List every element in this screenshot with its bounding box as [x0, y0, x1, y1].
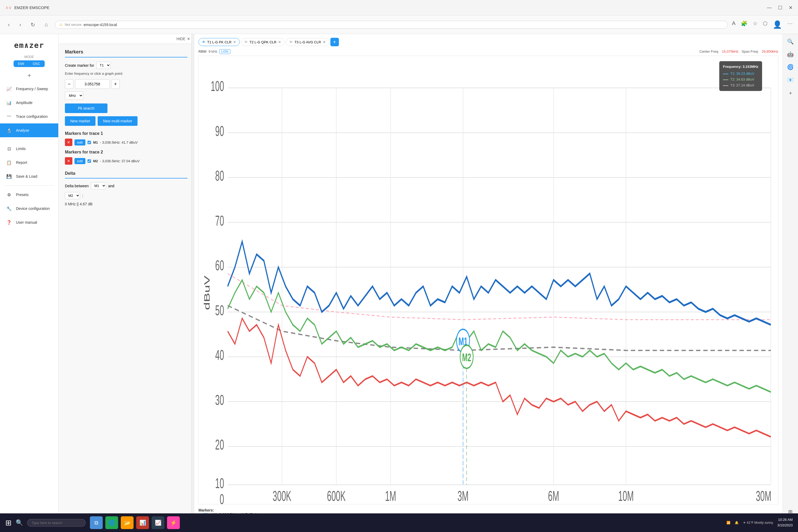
taskbar-app4[interactable]: ⚡ [167, 516, 180, 529]
tab-t3-close-icon[interactable]: ✕ [323, 40, 326, 44]
profile-icon[interactable]: 👤 [773, 20, 782, 29]
browser-tab-title: EMZER EMSCOPE [14, 5, 50, 10]
marker1-delete-button[interactable]: ✕ [65, 138, 72, 146]
weather-icon: ☀ [743, 521, 746, 525]
svg-text:50: 50 [215, 302, 224, 318]
taskbar-app2[interactable]: 📊 [136, 516, 149, 529]
chart-area: 👁 T1 L-G PK CLR ✕ 👁 T2 L-G QPK CLR ✕ 👁 T… [194, 34, 783, 532]
delta-row-2: M2 M1 : [65, 192, 188, 199]
taskbar-icons: ⧉ 🌀 📂 📊 📈 ⚡ [90, 516, 722, 529]
sidebar-item-limits[interactable]: ⊡ Limits [0, 142, 58, 156]
tab-t2[interactable]: 👁 T2 L-G QPK CLR ✕ [241, 38, 285, 46]
panel-header: HIDE ✕ [58, 34, 194, 44]
tooltip-t3: T3: 27.14 dBuV [723, 82, 758, 88]
new-multi-marker-button[interactable]: New multi-marker [98, 116, 137, 126]
add-button[interactable]: ＋ [26, 71, 32, 79]
chart-wrapper[interactable]: 100 90 80 70 60 50 40 30 20 10 0 dBuV 30… [198, 56, 778, 504]
sidebar-item-user-manual[interactable]: ❓ User manual [0, 215, 58, 229]
taskbar-search-input[interactable] [27, 519, 86, 527]
browser-right-sidebar: 🔍 🤖 🌀 📧 ＋ ⊞ ⚙ [783, 34, 798, 532]
close-button[interactable]: ✕ [789, 5, 793, 11]
freq-value-input[interactable] [75, 79, 110, 89]
trace-select[interactable]: T1 T2 T3 [96, 62, 111, 69]
marker2-checkbox[interactable] [88, 159, 91, 163]
back-button[interactable]: ‹ [5, 20, 13, 29]
sidebar-outlook-icon[interactable]: 📧 [787, 77, 794, 83]
taskbar-clock: 10:26 AM 3/10/2023 [777, 517, 793, 528]
sidebar-item-analyse-label: Analyse [16, 128, 29, 132]
taskbar-edge[interactable]: 🌀 [105, 516, 118, 529]
create-marker-row: Create marker for T1 T2 T3 [65, 62, 188, 69]
freq-increment-button[interactable]: + [111, 79, 120, 89]
chart-info-bar: RBW 9 kHz LISN Center Freq: 15,075kHz Sp… [198, 50, 778, 54]
sidebar-item-presets[interactable]: ⚙ Presets [0, 188, 58, 202]
taskbar-app3[interactable]: 📈 [152, 516, 165, 529]
sidebar-item-device-config[interactable]: 🔧 Device configuration [0, 202, 58, 215]
sidebar-add-icon[interactable]: ＋ [788, 89, 793, 97]
add-tab-button[interactable]: + [330, 38, 339, 46]
sidebar-nav: 📈 Frequency / Sweep 📊 Amplitude 〰 Trace … [0, 82, 58, 528]
frequency-icon: 📈 [5, 85, 13, 93]
sidebar-item-analyse[interactable]: 🔬 Analyse [0, 124, 58, 137]
sidebar-item-save-load-label: Save & Load [16, 174, 37, 178]
taskbar-task-view[interactable]: ⧉ [90, 516, 103, 529]
favorites-icon[interactable]: ☆ [753, 20, 758, 29]
tooltip-t2: T2: 34.63 dBuV [723, 77, 758, 82]
sidebar-edge-icon[interactable]: 🌀 [787, 64, 794, 70]
tab-t2-close-icon[interactable]: ✕ [278, 40, 281, 44]
translate-icon[interactable]: A [732, 20, 736, 29]
marker1-edit-button[interactable]: edit [75, 139, 86, 146]
url-display[interactable]: emscope-4159.local [83, 23, 723, 27]
marker1-info: - 3,036.5kHz: 41.7 dBuV [100, 140, 138, 145]
minimize-button[interactable]: — [767, 5, 772, 11]
center-freq-label: Center Freq: [700, 50, 719, 54]
taskbar-app1[interactable]: 📂 [121, 516, 134, 529]
windows-start-icon[interactable]: ⊞ [5, 518, 12, 527]
home-button[interactable]: ⌂ [42, 20, 51, 29]
marker1-checkbox[interactable] [88, 141, 91, 144]
sidebar-copilot-icon[interactable]: 🤖 [787, 51, 794, 57]
tab-t1-close-icon[interactable]: ✕ [233, 40, 236, 44]
sidebar-search-icon[interactable]: 🔍 [787, 38, 794, 45]
middle-panel: HIDE ✕ Markers Create marker for T1 T2 T… [58, 34, 194, 532]
scrollbar-track[interactable] [191, 34, 194, 532]
sidebar-item-report[interactable]: 📋 Report [0, 156, 58, 169]
weather-temp: 41°F Mostly sunny [747, 521, 773, 525]
sidebar-item-amplitude[interactable]: 📊 Amplitude [0, 96, 58, 110]
forward-button[interactable]: › [17, 20, 24, 29]
delta-m2-select[interactable]: M2 M1 [65, 192, 80, 199]
delta-section-title: Delta [65, 171, 188, 176]
pk-search-button[interactable]: Pk search [65, 103, 108, 113]
browser-navbar: ‹ › ↻ ⌂ ⚠ Not secure emscope-4159.local … [0, 15, 798, 34]
marker2-edit-button[interactable]: edit [75, 158, 86, 164]
tab-t3-eye-icon: 👁 [289, 40, 293, 44]
more-icon[interactable]: ⋯ [787, 20, 793, 29]
tab-t3[interactable]: 👁 T3 L-G AVG CLR ✕ [286, 38, 329, 46]
svg-text:300K: 300K [273, 488, 291, 504]
emi-mode-button[interactable]: EMI [14, 61, 28, 67]
device-config-icon: 🔧 [5, 205, 13, 212]
markers-trace1-title: Markers for trace 1 [65, 131, 188, 136]
delta-m1-select[interactable]: M1 M2 [91, 182, 106, 189]
sidebar-item-save-load[interactable]: 💾 Save & Load [0, 169, 58, 183]
marker2-delete-button[interactable]: ✕ [65, 157, 72, 165]
delta-divider [65, 178, 188, 178]
new-marker-button[interactable]: New marker [65, 116, 95, 126]
extensions-icon[interactable]: 🧩 [741, 20, 747, 29]
chart-tabs: 👁 T1 L-G PK CLR ✕ 👁 T2 L-G QPK CLR ✕ 👁 T… [198, 38, 778, 46]
security-warning-text: Not secure [65, 23, 81, 26]
tab-t1[interactable]: 👁 T1 L-G PK CLR ✕ [198, 38, 240, 46]
hide-button[interactable]: HIDE ✕ [177, 37, 190, 41]
app1-icon: 📂 [124, 519, 131, 526]
sidebar-item-frequency[interactable]: 📈 Frequency / Sweep [0, 82, 58, 96]
delta-result: 0 MHz || 4.67 dB [65, 202, 188, 206]
app4-icon: ⚡ [170, 519, 177, 526]
osc-mode-button[interactable]: OSC [28, 61, 44, 67]
tab-t1-eye-icon: 👁 [202, 40, 206, 44]
freq-decrement-button[interactable]: − [65, 79, 73, 89]
freq-unit-select[interactable]: MHz Hz kHz GHz [65, 92, 83, 100]
sidebar-item-trace[interactable]: 〰 Trace configuration [0, 110, 58, 124]
maximize-button[interactable]: ☐ [778, 5, 782, 11]
reload-button[interactable]: ↻ [28, 20, 38, 30]
collections-icon[interactable]: ⬡ [763, 20, 767, 29]
